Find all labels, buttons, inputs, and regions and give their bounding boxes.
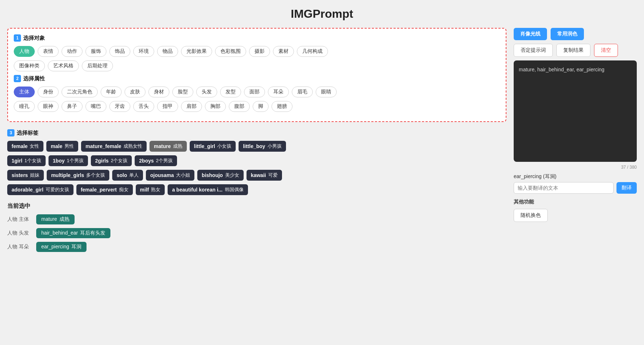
translate-input[interactable] xyxy=(514,182,614,194)
tag-face[interactable]: 面部 xyxy=(244,87,265,97)
top-buttons: 肖像光线 常用润色 xyxy=(514,28,637,40)
tag-light-effect[interactable]: 光影效果 xyxy=(181,46,212,57)
tag-2girls[interactable]: 2girls2个女孩 xyxy=(91,155,132,166)
section3-area: 3 选择标签 female女性 male男性 mature_female成熟女性… xyxy=(7,129,506,195)
other-functions-label: 其他功能 xyxy=(514,199,637,205)
tag-female[interactable]: female女性 xyxy=(7,141,43,152)
tag-art-style[interactable]: 艺术风格 xyxy=(48,60,79,71)
section3-num: 3 xyxy=(7,129,14,136)
tag-eyebrow[interactable]: 眉毛 xyxy=(292,87,313,97)
tag-ojousama[interactable]: ojousama大小姐 xyxy=(146,170,194,181)
section1-tags-row2: 图像种类 艺术风格 后期处理 xyxy=(14,60,500,71)
section3-tags-row1: female女性 male男性 mature_female成熟女性 mature… xyxy=(7,141,506,152)
selected-tag-2[interactable]: hair_behind_ear耳后有头发 xyxy=(36,228,110,238)
tag-nose[interactable]: 鼻子 xyxy=(62,101,83,112)
tag-1girl[interactable]: 1girl1个女孩 xyxy=(7,155,46,166)
section1-tags-row1: 人物 表情 动作 服饰 饰品 环境 物品 光影效果 色彩氛围 摄影 素材 几何构… xyxy=(14,46,500,57)
section3-tags-row2: 1girl1个女孩 1boy1个男孩 2girls2个女孩 2boys2个男孩 xyxy=(7,155,506,166)
tag-sisters[interactable]: sisters姐妹 xyxy=(7,170,44,181)
tag-eye[interactable]: 眼睛 xyxy=(316,87,337,97)
tag-material[interactable]: 素材 xyxy=(273,46,294,57)
tag-adorable-girl[interactable]: adorable_girl可爱的女孩 xyxy=(7,184,73,195)
tag-face-shape[interactable]: 脸型 xyxy=(172,87,193,97)
tag-teeth[interactable]: 牙齿 xyxy=(109,101,130,112)
section2-tags-row1: 主体 身份 二次元角色 年龄 皮肤 身材 脸型 头发 发型 面部 耳朵 眉毛 眼… xyxy=(14,87,500,97)
tag-mature[interactable]: mature成熟 xyxy=(150,141,187,152)
current-selected-section: 当前选中 人物 主体 mature成熟 人物 头发 hair_behind_ea… xyxy=(7,202,506,252)
selected-category-1: 人物 主体 xyxy=(7,216,33,223)
tag-ear[interactable]: 耳朵 xyxy=(268,87,289,97)
selected-category-2: 人物 头发 xyxy=(7,230,33,236)
tag-multiple-girls[interactable]: multiple_girls多个女孩 xyxy=(47,170,109,181)
selected-category-3: 人物 耳朵 xyxy=(7,244,33,250)
tag-kawaii[interactable]: kawaii可爱 xyxy=(247,170,282,181)
tag-chest[interactable]: 胸部 xyxy=(205,101,226,112)
tag-korean[interactable]: a beautiful korean i...韩国偶像 xyxy=(168,184,248,195)
copy-result-button[interactable]: 复制结果 xyxy=(556,44,590,57)
translate-button[interactable]: 翻译 xyxy=(616,182,637,194)
tag-male[interactable]: male男性 xyxy=(46,141,78,152)
translate-section: ear_piercing (耳洞) 翻译 xyxy=(514,173,637,194)
tag-environment[interactable]: 环境 xyxy=(133,46,154,57)
tag-wing[interactable]: 翅膀 xyxy=(272,101,292,112)
tag-foot[interactable]: 脚 xyxy=(253,101,269,112)
tag-nail[interactable]: 指甲 xyxy=(157,101,178,112)
translate-label: ear_piercing (耳洞) xyxy=(514,173,637,180)
tag-post-processing[interactable]: 后期处理 xyxy=(82,60,113,71)
tag-1boy[interactable]: 1boy1个男孩 xyxy=(49,155,88,166)
tag-shoulder[interactable]: 肩部 xyxy=(181,101,202,112)
selected-row-1: 人物 主体 mature成熟 xyxy=(7,214,506,224)
clear-button[interactable]: 清空 xyxy=(594,44,618,57)
tag-hair[interactable]: 头发 xyxy=(196,87,217,97)
selected-row-3: 人物 耳朵 ear_piercing耳洞 xyxy=(7,242,506,252)
tag-geometry[interactable]: 几何构成 xyxy=(297,46,328,57)
tag-hairstyle[interactable]: 发型 xyxy=(220,87,241,97)
tag-female-pervert[interactable]: female_pervert痴女 xyxy=(76,184,133,195)
selected-tag-3[interactable]: ear_piercing耳洞 xyxy=(36,242,87,252)
right-panel: 肖像光线 常用润色 否定提示词 复制结果 清空 mature, hair_beh… xyxy=(514,28,637,222)
selected-tag-1[interactable]: mature成熟 xyxy=(36,214,75,224)
tag-2boys[interactable]: 2boys2个男孩 xyxy=(135,155,177,166)
tag-subject[interactable]: 主体 xyxy=(14,87,35,97)
tag-color-atmosphere[interactable]: 色彩氛围 xyxy=(215,46,246,57)
tag-solo[interactable]: solo单人 xyxy=(112,170,143,181)
tag-bishoujo[interactable]: bishoujo美少女 xyxy=(197,170,243,181)
tag-abdomen[interactable]: 腹部 xyxy=(229,101,250,112)
tag-mature-female[interactable]: mature_female成熟女性 xyxy=(81,141,147,152)
negative-prompt-button[interactable]: 否定提示词 xyxy=(514,44,553,57)
tag-expression[interactable]: 表情 xyxy=(38,46,59,57)
section3-tags-row4: adorable_girl可爱的女孩 female_pervert痴女 milf… xyxy=(7,184,506,195)
output-text: mature, hair_behind_ear, ear_piercing xyxy=(519,67,605,72)
portrait-light-button[interactable]: 肖像光线 xyxy=(514,28,547,40)
section1-title: 1 选择对象 xyxy=(14,34,500,42)
output-count: 37 / 380 xyxy=(514,165,637,170)
selected-row-2: 人物 头发 hair_behind_ear耳后有头发 xyxy=(7,228,506,238)
random-color-button[interactable]: 随机换色 xyxy=(514,209,548,222)
tag-age[interactable]: 年龄 xyxy=(101,87,122,97)
tag-clothing[interactable]: 服饰 xyxy=(85,46,106,57)
tag-image-type[interactable]: 图像种类 xyxy=(14,60,45,71)
tag-action[interactable]: 动作 xyxy=(62,46,83,57)
tag-gaze[interactable]: 眼神 xyxy=(38,101,59,112)
tag-anime-char[interactable]: 二次元角色 xyxy=(62,87,98,97)
section2-num: 2 xyxy=(14,75,21,82)
tag-body[interactable]: 身材 xyxy=(148,87,169,97)
tag-photography[interactable]: 摄影 xyxy=(249,46,270,57)
output-box: mature, hair_behind_ear, ear_piercing xyxy=(514,60,637,162)
current-selected-title: 当前选中 xyxy=(7,202,506,210)
tag-people[interactable]: 人物 xyxy=(14,46,35,57)
tag-tongue[interactable]: 舌头 xyxy=(133,101,154,112)
tag-pupil[interactable]: 瞳孔 xyxy=(14,101,35,112)
section1-num: 1 xyxy=(14,34,21,42)
common-color-button[interactable]: 常用润色 xyxy=(551,28,584,40)
tag-items[interactable]: 物品 xyxy=(157,46,178,57)
section2-tags-row2: 瞳孔 眼神 鼻子 嘴巴 牙齿 舌头 指甲 肩部 胸部 腹部 脚 翅膀 xyxy=(14,101,500,112)
section2-title: 2 选择属性 xyxy=(14,75,500,82)
tag-little-girl[interactable]: little_girl小女孩 xyxy=(190,141,236,152)
tag-mouth[interactable]: 嘴巴 xyxy=(85,101,106,112)
tag-identity[interactable]: 身份 xyxy=(38,87,59,97)
tag-jewelry[interactable]: 饰品 xyxy=(109,46,130,57)
tag-skin[interactable]: 皮肤 xyxy=(125,87,146,97)
tag-milf[interactable]: milf熟女 xyxy=(136,184,165,195)
tag-little-boy[interactable]: little_boy小男孩 xyxy=(239,141,286,152)
